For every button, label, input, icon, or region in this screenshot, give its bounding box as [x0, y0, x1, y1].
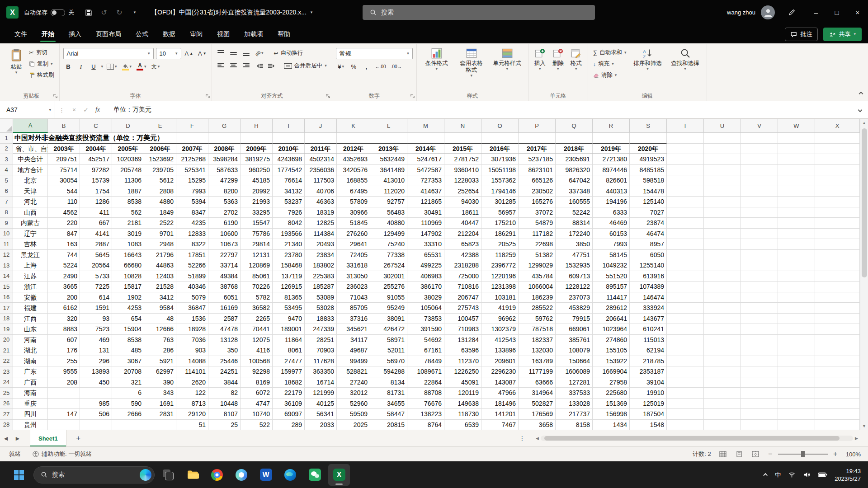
- cell-M8[interactable]: 30491: [407, 207, 444, 218]
- cell-U19[interactable]: [704, 324, 741, 335]
- cell-A9[interactable]: 内蒙古: [13, 218, 48, 229]
- cell-N24[interactable]: 45091: [444, 377, 481, 388]
- cell-B26[interactable]: [48, 399, 80, 409]
- close-button[interactable]: ×: [847, 0, 868, 25]
- cell-V15[interactable]: [741, 282, 778, 292]
- cell-A26[interactable]: 重庆: [13, 399, 48, 409]
- cell-D27[interactable]: 2666: [112, 409, 144, 420]
- cell-O15[interactable]: 1231398: [481, 282, 519, 292]
- cell-X15[interactable]: [815, 282, 860, 292]
- cell-H17[interactable]: 36582: [241, 303, 273, 314]
- cell-C15[interactable]: 7225: [80, 282, 112, 292]
- cell-R27[interactable]: 156998: [593, 409, 630, 420]
- cell-Q22[interactable]: 150664: [556, 356, 593, 367]
- zoom-level[interactable]: 100%: [846, 451, 861, 458]
- cell-V27[interactable]: [741, 409, 778, 420]
- cell-M14[interactable]: 406983: [407, 271, 444, 282]
- cell-R2[interactable]: 2019年: [593, 144, 630, 155]
- cell-X8[interactable]: [815, 207, 860, 218]
- collapse-ribbon-button[interactable]: [859, 89, 863, 97]
- document-title[interactable]: 【OFDI】中国(分31省)对外直接投资流量2003-2020.x... ▾: [151, 9, 312, 17]
- cell-O23[interactable]: 2296230: [481, 366, 519, 377]
- cell-W20[interactable]: [778, 335, 815, 346]
- cell-B15[interactable]: 3665: [48, 282, 80, 292]
- cell-N19[interactable]: 710983: [444, 324, 481, 335]
- cell-M21[interactable]: 67161: [407, 345, 444, 356]
- cell-G27[interactable]: 8107: [208, 409, 241, 420]
- wrap-text-button[interactable]: ↩ 自动换行: [272, 48, 304, 58]
- cell-J20[interactable]: 28251: [305, 335, 337, 346]
- bold-button[interactable]: B: [63, 61, 74, 72]
- cell-X18[interactable]: [815, 314, 860, 324]
- cell-J6[interactable]: 40706: [305, 186, 337, 197]
- cell-B8[interactable]: 4562: [48, 207, 80, 218]
- cell-N6[interactable]: 252654: [444, 186, 481, 197]
- cell-L27[interactable]: 58447: [370, 409, 407, 420]
- customize-qat-button[interactable]: ▾: [127, 5, 142, 20]
- cell-C27[interactable]: 506: [80, 409, 112, 420]
- cell-K4[interactable]: 3420576: [337, 165, 370, 176]
- zoom-slider-thumb[interactable]: [801, 451, 805, 457]
- cell-G19[interactable]: 47478: [208, 324, 241, 335]
- cell-T10[interactable]: [667, 229, 704, 239]
- cell-J8[interactable]: 18319: [305, 207, 337, 218]
- cell-M13[interactable]: 499225: [407, 260, 444, 271]
- cell-K3[interactable]: 4352693: [337, 154, 370, 165]
- cell-Q16[interactable]: 237073: [556, 292, 593, 303]
- column-header-V[interactable]: V: [741, 119, 778, 133]
- cell-T20[interactable]: [667, 335, 704, 346]
- copy-button[interactable]: 复制 ▾: [28, 59, 56, 69]
- row-header-8[interactable]: 8: [0, 207, 13, 218]
- cell-Q10[interactable]: 172240: [556, 229, 593, 239]
- cell-J7[interactable]: 46363: [305, 197, 337, 207]
- wechat-button[interactable]: [304, 464, 326, 486]
- cell-R9[interactable]: 46469: [593, 218, 630, 229]
- cell-M26[interactable]: 76676: [407, 399, 444, 409]
- cell-C13[interactable]: 20564: [80, 260, 112, 271]
- cell-L28[interactable]: 20815: [370, 420, 407, 431]
- cell-I22[interactable]: 27477: [273, 356, 305, 367]
- cell-I9[interactable]: 8042: [273, 218, 305, 229]
- cell-A2[interactable]: 省、市、自治区: [13, 144, 48, 155]
- cell-U10[interactable]: [704, 229, 741, 239]
- cell-X26[interactable]: [815, 399, 860, 409]
- cell-E2[interactable]: 2006年: [144, 144, 176, 155]
- cell-C17[interactable]: 1591: [80, 303, 112, 314]
- row-header-22[interactable]: 22: [0, 356, 13, 367]
- cell-F15[interactable]: 40346: [176, 282, 208, 292]
- cell-Q5[interactable]: 647042: [556, 175, 593, 186]
- percent-style-button[interactable]: %: [349, 61, 359, 72]
- cell-W7[interactable]: [778, 197, 815, 207]
- cell-O8[interactable]: 56957: [481, 207, 519, 218]
- cell-S7[interactable]: 125140: [630, 197, 667, 207]
- cell-C10[interactable]: 4141: [80, 229, 112, 239]
- cell-F9[interactable]: 4235: [176, 218, 208, 229]
- ribbon-tab-加载项[interactable]: 加载项: [237, 25, 270, 43]
- cell-L6[interactable]: 112020: [370, 186, 407, 197]
- cell-U23[interactable]: [704, 366, 741, 377]
- cell-G24[interactable]: 3844: [208, 377, 241, 388]
- cell-Q24[interactable]: 127281: [556, 377, 593, 388]
- column-header-G[interactable]: G: [208, 119, 241, 133]
- cell-D13[interactable]: 66680: [112, 260, 144, 271]
- cell-P15[interactable]: 1066004: [519, 282, 556, 292]
- cell-O28[interactable]: 7467: [481, 420, 519, 431]
- cell-A7[interactable]: 河北: [13, 197, 48, 207]
- cell-H19[interactable]: 70441: [241, 324, 273, 335]
- cell-M11[interactable]: 33310: [407, 239, 444, 250]
- cell-H5[interactable]: 45185: [241, 175, 273, 186]
- formula-content[interactable]: 单位：万美元: [104, 106, 859, 114]
- cell-N13[interactable]: 2318288: [444, 260, 481, 271]
- cell-O2[interactable]: 2016年: [481, 144, 519, 155]
- cell-U9[interactable]: [704, 218, 741, 229]
- decrease-indent-button[interactable]: [254, 61, 264, 71]
- cell-R10[interactable]: 60153: [593, 229, 630, 239]
- cell-D9[interactable]: 2181: [112, 218, 144, 229]
- cell-J10[interactable]: 114384: [305, 229, 337, 239]
- cell-O19[interactable]: 1302379: [481, 324, 519, 335]
- cell-J15[interactable]: 185287: [305, 282, 337, 292]
- cell-E9[interactable]: 2522: [144, 218, 176, 229]
- cell-W5[interactable]: [778, 175, 815, 186]
- cell-Q13[interactable]: 1532935: [556, 260, 593, 271]
- cell-F17[interactable]: 36847: [176, 303, 208, 314]
